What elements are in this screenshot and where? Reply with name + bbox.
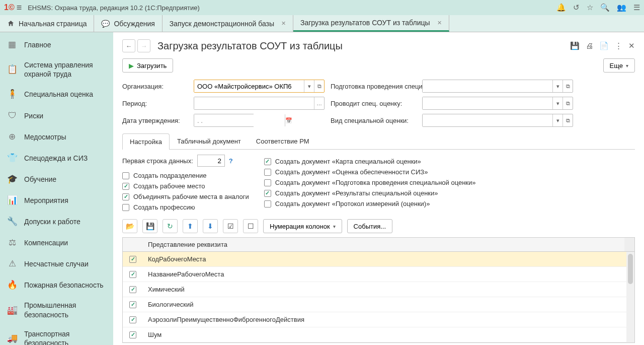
option-right-checks-2[interactable]: Создать документ «Подготовка проведения …: [264, 179, 476, 186]
close-icon[interactable]: ✕: [281, 20, 286, 27]
table-row[interactable]: КодРабочегоМеста: [123, 252, 626, 267]
option-left-checks-2[interactable]: Объединять рабочие места в аналоги: [122, 193, 249, 200]
sidebar-item-4[interactable]: ⊕Медосмотры: [0, 126, 113, 148]
open-icon[interactable]: ⧉: [562, 80, 573, 92]
table-row[interactable]: АэрозолиПреимущественноФиброгенногоДейст…: [123, 312, 626, 327]
checkbox-icon[interactable]: [122, 172, 129, 179]
refresh-icon[interactable]: ↻: [163, 219, 178, 233]
checkbox-icon[interactable]: [264, 179, 271, 186]
scrollbar[interactable]: [626, 252, 634, 342]
sidebar-item-7[interactable]: 📊Мероприятия: [0, 190, 113, 211]
open-icon[interactable]: ⧉: [562, 97, 573, 109]
tab-table-doc[interactable]: Табличный документ: [170, 133, 249, 149]
sidebar-item-10[interactable]: ⚠Несчастные случаи: [0, 253, 113, 274]
prep-input[interactable]: [423, 80, 552, 92]
tab-discussions[interactable]: 💬 Обсуждения: [94, 15, 162, 32]
save-icon[interactable]: 💾: [142, 219, 157, 233]
checkbox-icon[interactable]: [264, 169, 271, 176]
open-icon[interactable]: ⧉: [562, 114, 573, 126]
table-row[interactable]: Шум: [123, 327, 626, 342]
close-icon[interactable]: ✕: [628, 41, 635, 50]
option-right-checks-3[interactable]: Создать документ «Результаты специальной…: [264, 189, 476, 197]
table-row[interactable]: Химический: [123, 282, 626, 297]
close-icon[interactable]: ✕: [437, 20, 442, 26]
check-all-icon[interactable]: ☑: [223, 219, 238, 233]
events-button[interactable]: События...: [347, 219, 393, 233]
table-row[interactable]: НазваниеРабочегоМеста: [123, 267, 626, 282]
sidebar-item-2[interactable]: 🧍Специальная оценка: [0, 84, 113, 105]
open-icon[interactable]: ⧉: [314, 80, 324, 92]
arrow-down-icon[interactable]: ⬇: [203, 219, 218, 233]
approval-date-input[interactable]: [194, 114, 285, 126]
save-icon[interactable]: 💾: [570, 41, 580, 50]
dropdown-icon[interactable]: ▾: [552, 80, 562, 92]
star-icon[interactable]: ☆: [587, 3, 593, 12]
dropdown-icon[interactable]: ▾: [552, 114, 562, 126]
checkbox-icon[interactable]: [122, 204, 129, 211]
more-button[interactable]: Еще: [603, 58, 635, 73]
search-icon[interactable]: 🔍: [600, 3, 610, 12]
dropdown-icon[interactable]: ▾: [552, 97, 562, 109]
checkbox-icon[interactable]: [264, 190, 271, 197]
tab-settings[interactable]: Настройка: [122, 133, 170, 150]
dropdown-icon[interactable]: ▾: [304, 80, 314, 92]
sidebar-item-1[interactable]: 📋Система управления охраной труда: [0, 55, 113, 84]
checkbox-icon[interactable]: [122, 183, 129, 190]
option-right-checks-1[interactable]: Создать документ «Оценка обеспеченности …: [264, 168, 476, 176]
sidebar-item-13[interactable]: 🚚Транспортная безопасность: [0, 324, 113, 345]
first-row-label: Первая строка данных:: [122, 157, 193, 165]
sidebar-item-11[interactable]: 🔥Пожарная безопасность: [0, 274, 113, 296]
menu-icon[interactable]: ≡: [17, 3, 22, 13]
users-icon[interactable]: 👥: [617, 3, 626, 12]
folder-open-icon[interactable]: 📂: [122, 219, 137, 233]
history-icon[interactable]: ↺: [573, 3, 580, 12]
calendar-icon[interactable]: 📅: [285, 114, 292, 126]
checkbox-icon[interactable]: [129, 331, 136, 338]
kind-input[interactable]: [423, 114, 552, 126]
sidebar-item-8[interactable]: 🔧Допуски к работе: [0, 211, 113, 232]
sidebar-item-9[interactable]: ⚖Компенсации: [0, 232, 113, 253]
option-right-checks-4[interactable]: Создать документ «Протокол измерений (оц…: [264, 200, 476, 208]
table-row[interactable]: Биологический: [123, 297, 626, 312]
prep-label: Подготовка проведения специальной оценки…: [331, 83, 416, 90]
checkbox-icon[interactable]: [129, 256, 136, 263]
help-icon[interactable]: ?: [229, 157, 233, 165]
option-left-checks-0[interactable]: Создать подразделение: [122, 172, 249, 179]
period-input[interactable]: [194, 97, 314, 109]
report-icon[interactable]: 📄: [599, 41, 609, 50]
checkbox-icon[interactable]: [129, 286, 136, 293]
kebab-icon[interactable]: ⋮: [615, 41, 622, 50]
column-numbering-button[interactable]: Нумерация колонок: [263, 219, 342, 233]
checkbox-icon[interactable]: [129, 271, 136, 278]
sidebar-item-5[interactable]: 👕Спецодежда и СИЗ: [0, 148, 113, 169]
title-actions: 🔔 ↺ ☆ 🔍 👥: [556, 3, 626, 12]
back-button[interactable]: ←: [122, 39, 135, 52]
uncheck-all-icon[interactable]: ☐: [243, 219, 258, 233]
option-left-checks-1[interactable]: Создать рабочее место: [122, 182, 249, 190]
first-row-input[interactable]: [197, 155, 225, 167]
option-right-checks-0[interactable]: Создать документ «Карта специальной оцен…: [264, 158, 476, 165]
assessor-input[interactable]: [423, 97, 552, 109]
panel-toggle-icon[interactable]: ☰: [633, 3, 640, 12]
sidebar-item-3[interactable]: 🛡Риски: [0, 105, 113, 126]
tab-home[interactable]: Начальная страница: [0, 15, 94, 32]
checkbox-icon[interactable]: [129, 316, 136, 323]
tab-mapping[interactable]: Соответствие РМ: [249, 133, 317, 149]
sidebar-item-0[interactable]: ▦Главное: [0, 34, 113, 55]
forward-button[interactable]: →: [137, 39, 150, 52]
tab-load-results[interactable]: Загрузка результатов СОУТ из таблицы ✕: [293, 15, 449, 32]
checkbox-icon[interactable]: [129, 301, 136, 308]
bell-icon[interactable]: 🔔: [556, 3, 566, 12]
sidebar-item-6[interactable]: 🎓Обучение: [0, 169, 113, 190]
arrow-up-icon[interactable]: ⬆: [183, 219, 198, 233]
ellipsis-icon[interactable]: …: [314, 97, 324, 109]
option-left-checks-3[interactable]: Создать профессию: [122, 203, 249, 211]
org-input[interactable]: [194, 80, 304, 92]
tab-demo[interactable]: Запуск демонстрационной базы ✕: [163, 15, 293, 32]
sidebar-item-12[interactable]: 🏭Промышленная безопасность: [0, 296, 113, 324]
checkbox-icon[interactable]: [264, 158, 271, 165]
checkbox-icon[interactable]: [264, 200, 271, 208]
load-button[interactable]: ▶ Загрузить: [122, 58, 173, 73]
print-icon[interactable]: 🖨: [586, 41, 593, 50]
checkbox-icon[interactable]: [122, 193, 129, 200]
